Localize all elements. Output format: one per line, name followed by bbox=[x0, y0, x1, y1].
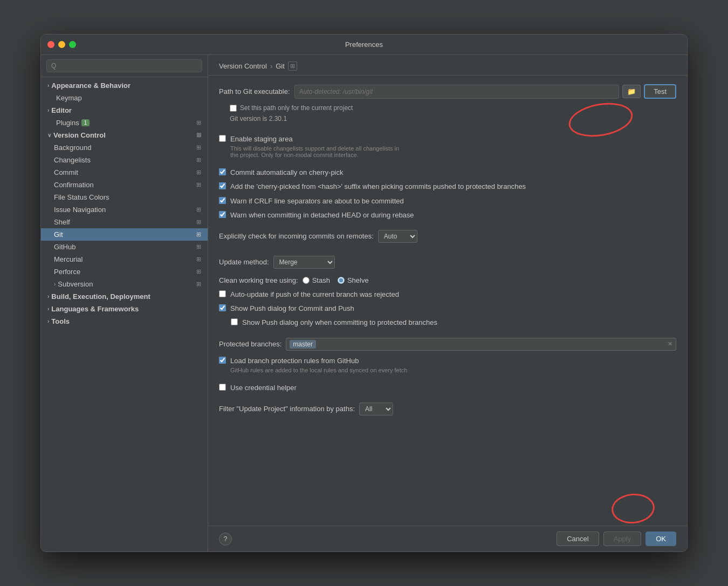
cherry-pick-suffix-checkbox[interactable] bbox=[219, 182, 226, 189]
load-branch-protection-sub: GitHub rules are added to the local rule… bbox=[230, 367, 407, 373]
apply-button[interactable]: Apply bbox=[603, 532, 642, 546]
sidebar-item-background[interactable]: Background ⊞ bbox=[41, 141, 208, 154]
update-method-label: Update method: bbox=[219, 258, 269, 266]
sidebar-item-tools[interactable]: › Tools bbox=[41, 315, 208, 328]
titlebar: Preferences bbox=[41, 35, 687, 55]
main-content: Version Control › Git ⊞ Path to Git exec… bbox=[208, 55, 687, 551]
sidebar-item-subversion[interactable]: › Subversion ⊞ bbox=[41, 278, 208, 290]
filter-update-label: Filter "Update Project" information by p… bbox=[219, 405, 355, 413]
path-input[interactable] bbox=[294, 85, 620, 99]
minimize-button[interactable] bbox=[58, 41, 65, 48]
commit-cherry-pick-row: Commit automatically on cherry-pick bbox=[219, 168, 676, 178]
warn-detached-label: Warn when committing in detached HEAD or… bbox=[230, 210, 414, 220]
sidebar-item-perforce[interactable]: Perforce ⊞ bbox=[41, 265, 208, 278]
warn-crlf-checkbox[interactable] bbox=[219, 197, 226, 204]
test-button[interactable]: Test bbox=[644, 84, 676, 99]
protected-branches-input[interactable]: master ✕ bbox=[286, 338, 676, 351]
settings-icon: ⊞ bbox=[196, 256, 201, 263]
sidebar-item-languages[interactable]: › Languages & Frameworks bbox=[41, 303, 208, 315]
settings-icon: ⊞ bbox=[196, 144, 201, 151]
sidebar-item-github[interactable]: GitHub ⊞ bbox=[41, 241, 208, 253]
folder-button[interactable]: 📁 bbox=[622, 85, 641, 98]
settings-icon: ⊞ bbox=[196, 281, 201, 288]
sidebar-item-plugins[interactable]: Plugins 1 ⊞ bbox=[41, 117, 208, 129]
path-field-container: 📁 Test bbox=[294, 84, 676, 99]
enable-staging-checkbox[interactable] bbox=[219, 135, 226, 142]
master-tag: master bbox=[290, 340, 316, 349]
sidebar-item-shelf[interactable]: Shelf ⊞ bbox=[41, 216, 208, 228]
show-push-dialog-row: Show Push dialog for Commit and Push bbox=[219, 304, 676, 314]
warn-detached-checkbox[interactable] bbox=[219, 211, 226, 218]
filter-update-row: Filter "Update Project" information by p… bbox=[219, 403, 676, 415]
radio-stash[interactable]: Stash bbox=[303, 276, 330, 284]
settings-icon: ⊞ bbox=[196, 169, 201, 176]
commit-cherry-pick-checkbox[interactable] bbox=[219, 168, 226, 175]
shelve-radio[interactable] bbox=[338, 277, 345, 284]
stash-radio[interactable] bbox=[303, 277, 310, 284]
sidebar-item-git[interactable]: Git ⊞ bbox=[41, 228, 208, 241]
use-credential-checkbox[interactable] bbox=[219, 384, 226, 391]
settings-icon: ⊞ bbox=[196, 156, 201, 163]
sidebar-item-build[interactable]: › Build, Execution, Deployment bbox=[41, 290, 208, 303]
sidebar-item-version-control[interactable]: ∨ Version Control ⊞ bbox=[41, 129, 208, 141]
warn-detached-row: Warn when committing in detached HEAD or… bbox=[219, 210, 676, 220]
close-button[interactable] bbox=[47, 41, 54, 48]
clean-tree-row: Clean working tree using: Stash Shelve bbox=[219, 276, 676, 284]
maximize-button[interactable] bbox=[69, 41, 76, 48]
sidebar-item-commit[interactable]: Commit ⊞ bbox=[41, 166, 208, 179]
settings-icon: ⊞ bbox=[196, 181, 201, 188]
sidebar-items-list: › Appearance & Behavior Keymap › Editor … bbox=[41, 77, 208, 551]
cherry-pick-suffix-label: Add the 'cherry-picked from <hash>' suff… bbox=[230, 182, 526, 192]
sidebar-item-editor[interactable]: › Editor bbox=[41, 104, 208, 117]
bottom-right: Cancel Apply OK bbox=[557, 532, 676, 546]
breadcrumb-settings-icon[interactable]: ⊞ bbox=[288, 62, 297, 71]
arrow-icon: › bbox=[47, 306, 49, 312]
sidebar-item-issue-navigation[interactable]: Issue Navigation ⊞ bbox=[41, 203, 208, 216]
set-path-row: Set this path only for the current proje… bbox=[230, 104, 676, 112]
enable-staging-label-container: Enable staging area This will disable ch… bbox=[230, 134, 399, 158]
set-path-label: Set this path only for the current proje… bbox=[240, 104, 353, 112]
show-push-dialog-checkbox[interactable] bbox=[219, 304, 226, 311]
show-push-dialog-protected-label: Show Push dialog only when committing to… bbox=[242, 318, 437, 328]
help-button[interactable]: ? bbox=[219, 533, 232, 546]
settings-scroll-area: Path to Git executable: 📁 Test Set this … bbox=[208, 76, 687, 526]
show-push-dialog-protected-checkbox[interactable] bbox=[231, 318, 238, 325]
sidebar-item-changelists[interactable]: Changelists ⊞ bbox=[41, 154, 208, 166]
protected-branches-row: Protected branches: master ✕ bbox=[219, 338, 676, 351]
traffic-lights bbox=[47, 41, 76, 48]
plugins-badge: 1 bbox=[81, 119, 90, 126]
sidebar-item-file-status-colors[interactable]: File Status Colors bbox=[41, 191, 208, 203]
path-row: Path to Git executable: 📁 Test bbox=[219, 84, 676, 99]
enable-staging-row: Enable staging area This will disable ch… bbox=[219, 134, 676, 158]
settings-icon: ⊞ bbox=[196, 268, 201, 275]
incoming-commits-select[interactable]: Auto Always Never bbox=[378, 230, 417, 243]
sidebar-item-appearance[interactable]: › Appearance & Behavior bbox=[41, 79, 208, 92]
warn-crlf-row: Warn if CRLF line separators are about t… bbox=[219, 196, 676, 206]
load-branch-protection-label: Load branch protection rules from GitHub bbox=[230, 357, 359, 365]
load-branch-protection-checkbox[interactable] bbox=[219, 357, 226, 364]
clear-tag-icon[interactable]: ✕ bbox=[668, 340, 672, 347]
ok-button[interactable]: OK bbox=[645, 532, 676, 546]
breadcrumb-parent: Version Control bbox=[219, 62, 267, 70]
auto-update-row: Auto-update if push of the current branc… bbox=[219, 290, 676, 299]
update-method-row: Update method: Merge Rebase Branch Defau… bbox=[219, 256, 676, 269]
auto-update-checkbox[interactable] bbox=[219, 290, 226, 297]
settings-icon: ⊞ bbox=[196, 243, 201, 250]
clean-tree-radio-group: Stash Shelve bbox=[303, 276, 369, 284]
sidebar-item-keymap[interactable]: Keymap bbox=[41, 92, 208, 104]
sidebar-item-confirmation[interactable]: Confirmation ⊞ bbox=[41, 179, 208, 191]
settings-icon: ⊞ bbox=[196, 119, 201, 126]
update-method-select[interactable]: Merge Rebase Branch Default bbox=[273, 256, 335, 269]
sidebar: › Appearance & Behavior Keymap › Editor … bbox=[41, 55, 208, 551]
search-input[interactable] bbox=[46, 59, 202, 72]
sidebar-item-mercurial[interactable]: Mercurial ⊞ bbox=[41, 253, 208, 265]
preferences-window: Preferences › Appearance & Behavior Keym… bbox=[40, 34, 688, 552]
window-title: Preferences bbox=[345, 40, 383, 49]
filter-update-select[interactable]: All None bbox=[359, 403, 393, 415]
enable-staging-label: Enable staging area bbox=[230, 135, 293, 143]
settings-icon: ⊞ bbox=[196, 231, 201, 238]
radio-shelve[interactable]: Shelve bbox=[338, 276, 369, 284]
incoming-commits-row: Explicitly check for incoming commits on… bbox=[219, 230, 676, 243]
set-path-checkbox[interactable] bbox=[230, 105, 237, 112]
cancel-button[interactable]: Cancel bbox=[557, 532, 599, 546]
